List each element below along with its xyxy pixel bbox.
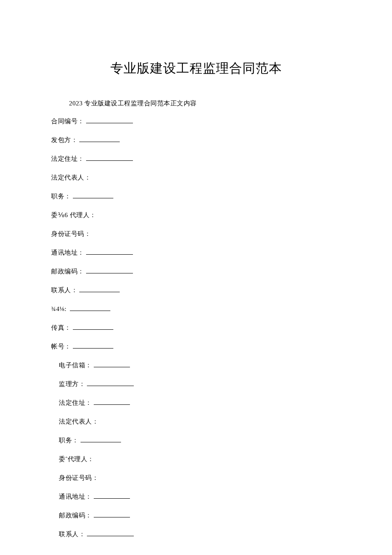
postal-code-a-blank	[86, 267, 133, 273]
position-b-blank	[81, 436, 121, 442]
legal-rep-b-field: 法定代表人：	[59, 417, 341, 426]
position-a-field: 职务：	[51, 192, 341, 201]
party-b-blank	[87, 380, 134, 386]
document-page: 专业版建设工程监理合同范本 2023 专业版建设工程监理合同范本正文内容 合同编…	[0, 0, 392, 555]
legal-rep-a-field: 法定代表人：	[51, 173, 341, 182]
account-label: 帐号：	[51, 343, 71, 350]
id-number-a-label: 身份证号码：	[51, 230, 91, 237]
position-b-label: 职务：	[59, 437, 79, 444]
mailing-address-b-blank	[94, 492, 130, 499]
party-a-label: 发包方：	[51, 137, 78, 143]
contract-number-field: 合同编号：	[51, 117, 341, 126]
legal-rep-b-label: 法定代表人：	[59, 418, 98, 425]
document-subtitle: 2023 专业版建设工程监理合同范本正文内容	[69, 99, 341, 108]
contract-number-label: 合同编号：	[51, 118, 84, 125]
contact-b-blank	[87, 530, 134, 536]
phone-field: ¾4⅛:	[51, 305, 341, 314]
party-b-label: 监理方：	[59, 381, 85, 387]
contract-number-blank	[86, 117, 133, 123]
position-a-label: 职务：	[51, 193, 71, 200]
party-a-blank	[79, 136, 120, 142]
agent-a-field: 委⅟₈6 代理人：	[51, 211, 341, 220]
postal-code-a-label: 邮政编码：	[51, 268, 84, 275]
legal-address-a-field: 法定住址：	[51, 154, 341, 163]
mailing-address-a-field: 通讯地址：	[51, 248, 341, 257]
legal-address-b-label: 法定住址：	[59, 399, 92, 406]
contact-a-field: 联系人：	[51, 286, 341, 295]
contact-a-blank	[79, 286, 120, 292]
account-blank	[73, 342, 113, 349]
contact-b-label: 联系人：	[59, 531, 85, 538]
id-number-b-field: 身份证号码：	[59, 474, 341, 482]
account-field: 帐号：	[51, 342, 341, 351]
legal-address-a-blank	[86, 154, 133, 161]
email-blank	[94, 361, 130, 367]
mailing-address-a-blank	[86, 248, 133, 255]
document-title: 专业版建设工程监理合同范本	[51, 60, 341, 77]
mailing-address-b-label: 通讯地址：	[59, 493, 92, 500]
agent-a-label: 委⅟₈6 代理人：	[51, 212, 96, 218]
phone-label: ¾4⅛:	[51, 305, 66, 312]
party-b-field: 监理方：	[59, 380, 341, 389]
contact-a-label: 联系人：	[51, 287, 78, 293]
party-a-field: 发包方：	[51, 136, 341, 145]
contact-b-field: 联系人：	[59, 530, 341, 539]
fax-label: 传真：	[51, 324, 71, 331]
legal-address-a-label: 法定住址：	[51, 155, 84, 162]
postal-code-b-blank	[94, 511, 130, 517]
position-b-field: 职务：	[59, 436, 341, 445]
postal-code-b-label: 邮政编码：	[59, 512, 92, 519]
agent-b-label: 委ˆ代理人：	[59, 456, 94, 462]
email-field: 电子信箱：	[59, 361, 341, 370]
fax-field: 传真：	[51, 323, 341, 332]
mailing-address-b-field: 通讯地址：	[59, 492, 341, 501]
legal-address-b-blank	[94, 398, 130, 405]
postal-code-a-field: 邮政编码：	[51, 267, 341, 276]
fax-blank	[73, 323, 113, 330]
email-label: 电子信箱：	[59, 362, 92, 369]
id-number-b-label: 身份证号码：	[59, 474, 98, 481]
id-number-a-field: 身份证号码：	[51, 230, 341, 238]
position-a-blank	[73, 192, 113, 198]
mailing-address-a-label: 通讯地址：	[51, 249, 84, 256]
postal-code-b-field: 邮政编码：	[59, 511, 341, 520]
legal-address-b-field: 法定住址：	[59, 398, 341, 407]
agent-b-field: 委ˆ代理人：	[59, 455, 341, 464]
phone-blank	[70, 305, 110, 311]
legal-rep-a-label: 法定代表人：	[51, 174, 91, 181]
